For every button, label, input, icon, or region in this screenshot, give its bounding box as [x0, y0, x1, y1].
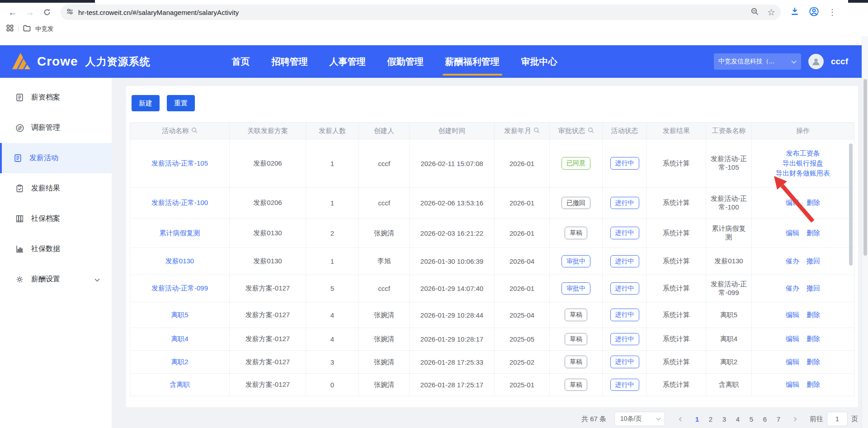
username[interactable]: cccf — [831, 57, 848, 67]
result-cell: 系统计算 — [647, 351, 706, 374]
action-link[interactable]: 导出财务做账用表 — [755, 168, 851, 178]
action-link[interactable]: 催办 — [786, 284, 799, 293]
table-row: 离职4发薪方案-01274张婉清2026-01-29 10:28:172025-… — [130, 328, 854, 351]
activity-name-link[interactable]: 发薪0130 — [165, 257, 194, 265]
created-cell: 2026-02-03 16:21:22 — [410, 219, 495, 248]
activity-name-link[interactable]: 发薪活动-正常-100 — [151, 199, 208, 206]
tab-strip-middle — [95, 0, 848, 3]
action-link[interactable]: 编辑 — [786, 199, 799, 207]
created-cell: 2026-01-30 10:06:39 — [410, 248, 495, 275]
sidebar-item-0[interactable]: 薪资档案 — [0, 82, 112, 113]
column-label: 工资条名称 — [712, 127, 746, 135]
profile-icon[interactable] — [809, 6, 819, 19]
menu-dots-icon[interactable]: ⋮ — [828, 7, 836, 17]
apps-grid-icon[interactable] — [6, 24, 14, 33]
column-search-icon[interactable] — [533, 127, 540, 135]
approval-status-cell: 草稿 — [550, 219, 603, 248]
nav-item-4[interactable]: 薪酬福利管理 — [445, 45, 500, 78]
bookmark-folder-label[interactable]: 中竞发 — [35, 25, 54, 33]
prev-page-icon[interactable]: ‹ — [674, 412, 687, 426]
action-link[interactable]: 删除 — [807, 380, 820, 389]
column-header-8: 发薪结果 — [647, 123, 706, 139]
next-page-icon[interactable]: › — [789, 412, 802, 426]
page-number-7[interactable]: 7 — [772, 412, 785, 426]
month-cell: 2025-01 — [495, 374, 550, 396]
reset-button[interactable]: 重置 — [167, 95, 195, 111]
column-search-icon[interactable] — [191, 127, 198, 135]
table-scrollbar[interactable] — [849, 143, 853, 266]
operations-cell: 催办撤回 — [752, 248, 854, 275]
action-link[interactable]: 编辑 — [786, 311, 799, 319]
sidebar-item-2[interactable]: 发薪活动 — [0, 143, 112, 173]
status-badge: 审批中 — [561, 282, 590, 295]
sidebar-item-4[interactable]: 社保档案 — [0, 204, 112, 234]
plan-cell: 发薪0206 — [230, 139, 306, 188]
page-number-5[interactable]: 5 — [745, 412, 758, 426]
page-scrollbar-thumb[interactable] — [863, 79, 867, 256]
bookmark-star-icon[interactable]: ☆ — [767, 7, 775, 18]
sidebar: 薪资档案调薪管理发薪活动发薪结果社保档案社保数据薪酬设置 — [0, 78, 112, 428]
download-icon[interactable] — [790, 6, 800, 18]
forward-icon[interactable]: → — [23, 5, 37, 19]
action-link[interactable]: 删除 — [807, 358, 820, 366]
table-row: 累计病假复测发薪01302张婉清2026-02-03 16:21:222026-… — [130, 219, 854, 248]
action-link[interactable]: 编辑 — [786, 229, 799, 238]
tenant-select[interactable]: 中竞发信息科技（... — [714, 53, 801, 70]
column-label: 发薪结果 — [663, 127, 690, 135]
url-text[interactable]: hr-test.croweit.cn/#/salaryManagement/sa… — [78, 9, 746, 16]
nav-item-1[interactable]: 招聘管理 — [272, 45, 308, 78]
back-icon[interactable]: ← — [5, 5, 20, 19]
action-link[interactable]: 催办 — [786, 257, 799, 266]
activity-name-link[interactable]: 离职5 — [171, 311, 188, 319]
action-link[interactable]: 删除 — [807, 335, 820, 343]
nav-item-3[interactable]: 假勤管理 — [387, 45, 424, 78]
nav-item-0[interactable]: 首页 — [232, 45, 250, 78]
action-link[interactable]: 编辑 — [786, 380, 799, 389]
zoom-icon[interactable] — [750, 7, 759, 18]
page-number-6[interactable]: 6 — [758, 412, 772, 426]
page-size-select[interactable]: 10条/页 — [614, 412, 665, 426]
activity-name-link[interactable]: 发薪活动-正常-105 — [151, 159, 208, 167]
action-link[interactable]: 删除 — [807, 229, 820, 238]
activity-status-cell: 进行中 — [603, 328, 647, 351]
avatar[interactable] — [808, 54, 824, 69]
action-link[interactable]: 发布工资条 — [755, 148, 851, 158]
column-header-10: 操作 — [752, 123, 854, 139]
column-search-icon[interactable] — [588, 127, 594, 135]
sidebar-item-1[interactable]: 调薪管理 — [0, 113, 112, 143]
activity-name-link[interactable]: 含离职 — [170, 380, 190, 388]
action-link[interactable]: 编辑 — [786, 335, 799, 343]
sidebar-item-3[interactable]: 发薪结果 — [0, 173, 112, 204]
page-number-4[interactable]: 4 — [731, 412, 745, 426]
action-link[interactable]: 导出银行报盘 — [755, 158, 851, 168]
column-label: 发薪年月 — [504, 127, 531, 135]
activity-name-link[interactable]: 发薪活动-正常-099 — [151, 284, 208, 292]
page-number-1[interactable]: 1 — [690, 412, 704, 426]
site-info-icon[interactable] — [66, 8, 74, 17]
action-link[interactable]: 删除 — [807, 199, 820, 207]
sidebar-item-5[interactable]: 社保数据 — [0, 234, 112, 264]
reload-icon[interactable] — [40, 5, 54, 19]
action-link[interactable]: 编辑 — [786, 358, 799, 366]
nav-item-2[interactable]: 人事管理 — [330, 45, 366, 78]
action-link[interactable]: 删除 — [807, 311, 820, 319]
nav-item-5[interactable]: 审批中心 — [521, 45, 557, 78]
action-link[interactable]: 撤回 — [807, 284, 820, 293]
goto-page-input[interactable] — [827, 412, 848, 426]
url-bar[interactable]: hr-test.croweit.cn/#/salaryManagement/sa… — [61, 5, 781, 20]
activity-name-link[interactable]: 离职4 — [171, 335, 188, 342]
status-badge: 审批中 — [561, 255, 590, 267]
activity-name-link[interactable]: 累计病假复测 — [160, 229, 200, 237]
folder-icon[interactable] — [23, 25, 31, 33]
page-scrollbar-track[interactable] — [862, 36, 868, 428]
new-button[interactable]: 新建 — [132, 95, 160, 111]
activity-name-link[interactable]: 离职2 — [171, 358, 188, 366]
status-badge: 进行中 — [610, 227, 639, 239]
page-number-2[interactable]: 2 — [704, 412, 717, 426]
sidebar-item-6[interactable]: 薪酬设置 — [0, 264, 112, 295]
action-link[interactable]: 撤回 — [807, 257, 820, 266]
creator-cell: 张婉清 — [359, 328, 410, 351]
approval-status-cell: 已撤回 — [550, 188, 603, 219]
page-number-3[interactable]: 3 — [717, 412, 731, 426]
payslip-name-cell: 累计病假复测 — [706, 219, 752, 248]
